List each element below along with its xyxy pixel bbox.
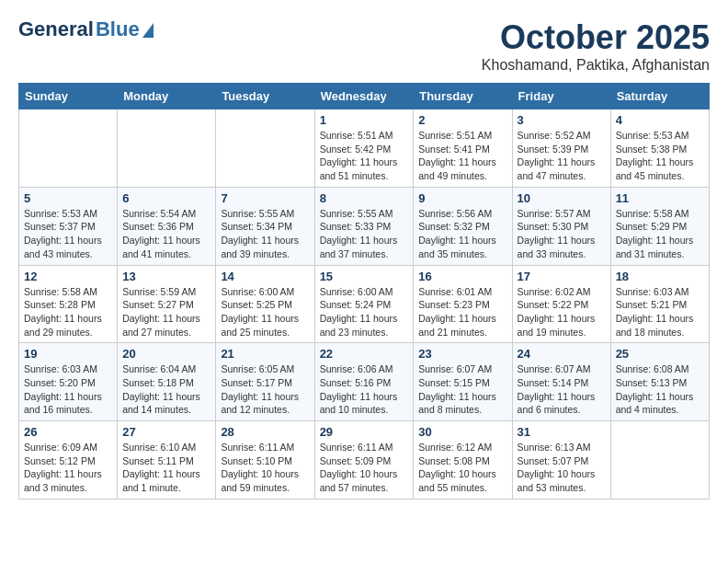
calendar-cell: 4Sunrise: 5:53 AMSunset: 5:38 PMDaylight…	[610, 109, 709, 188]
calendar-cell: 28Sunrise: 6:11 AMSunset: 5:10 PMDayligh…	[216, 421, 314, 500]
calendar-cell: 17Sunrise: 6:02 AMSunset: 5:22 PMDayligh…	[512, 265, 610, 343]
calendar-cell	[19, 109, 118, 188]
calendar-cell: 29Sunrise: 6:11 AMSunset: 5:09 PMDayligh…	[314, 421, 414, 500]
day-number: 23	[418, 347, 506, 361]
calendar-cell: 2Sunrise: 5:51 AMSunset: 5:41 PMDaylight…	[414, 109, 512, 188]
day-detail: Sunrise: 6:08 AMSunset: 5:13 PMDaylight:…	[616, 362, 704, 417]
calendar-cell: 30Sunrise: 6:12 AMSunset: 5:08 PMDayligh…	[414, 421, 512, 500]
day-number: 22	[320, 347, 409, 361]
day-number: 26	[24, 425, 112, 439]
title-block: October 2025 Khoshamand, Paktika, Afghan…	[482, 18, 710, 74]
day-detail: Sunrise: 6:00 AMSunset: 5:24 PMDaylight:…	[320, 285, 409, 339]
day-number: 13	[122, 270, 210, 283]
weekday-header-monday: Monday	[118, 84, 216, 109]
calendar-cell: 10Sunrise: 5:57 AMSunset: 5:30 PMDayligh…	[512, 187, 610, 265]
day-detail: Sunrise: 6:06 AMSunset: 5:16 PMDaylight:…	[320, 362, 409, 417]
calendar-cell: 25Sunrise: 6:08 AMSunset: 5:13 PMDayligh…	[610, 343, 709, 421]
day-detail: Sunrise: 5:56 AMSunset: 5:32 PMDaylight:…	[418, 207, 506, 261]
calendar-cell: 3Sunrise: 5:52 AMSunset: 5:39 PMDaylight…	[512, 109, 610, 188]
day-detail: Sunrise: 6:07 AMSunset: 5:15 PMDaylight:…	[418, 362, 506, 417]
day-number: 8	[320, 191, 409, 205]
weekday-header-sunday: Sunday	[19, 84, 118, 109]
logo: General Blue	[18, 18, 154, 40]
weekday-header-tuesday: Tuesday	[216, 84, 314, 109]
day-detail: Sunrise: 6:01 AMSunset: 5:23 PMDaylight:…	[418, 285, 506, 339]
day-detail: Sunrise: 5:58 AMSunset: 5:28 PMDaylight:…	[24, 285, 112, 339]
day-number: 30	[418, 425, 506, 439]
month-title: October 2025	[482, 18, 710, 57]
calendar-cell: 20Sunrise: 6:04 AMSunset: 5:18 PMDayligh…	[118, 343, 216, 421]
day-number: 27	[122, 425, 210, 439]
day-number: 6	[122, 191, 210, 205]
calendar-cell: 8Sunrise: 5:55 AMSunset: 5:33 PMDaylight…	[314, 187, 414, 265]
weekday-header-wednesday: Wednesday	[314, 84, 414, 109]
day-detail: Sunrise: 6:04 AMSunset: 5:18 PMDaylight:…	[122, 362, 210, 417]
day-number: 20	[122, 347, 210, 361]
calendar-cell	[118, 109, 216, 188]
week-row-2: 5Sunrise: 5:53 AMSunset: 5:37 PMDaylight…	[19, 187, 710, 265]
day-number: 9	[418, 191, 506, 205]
calendar-cell: 15Sunrise: 6:00 AMSunset: 5:24 PMDayligh…	[314, 265, 414, 343]
day-detail: Sunrise: 6:03 AMSunset: 5:21 PMDaylight:…	[616, 285, 704, 339]
calendar-cell: 31Sunrise: 6:13 AMSunset: 5:07 PMDayligh…	[512, 421, 610, 500]
day-number: 15	[320, 270, 409, 283]
day-number: 2	[418, 113, 506, 127]
day-number: 31	[518, 425, 606, 439]
weekday-header-saturday: Saturday	[610, 84, 709, 109]
day-number: 28	[221, 425, 309, 439]
logo-general: General	[18, 18, 94, 40]
day-number: 11	[616, 191, 704, 205]
weekday-header-thursday: Thursday	[414, 84, 512, 109]
calendar-table: SundayMondayTuesdayWednesdayThursdayFrid…	[18, 83, 710, 500]
calendar-cell	[216, 109, 314, 188]
calendar-cell	[610, 421, 709, 500]
day-detail: Sunrise: 6:13 AMSunset: 5:07 PMDaylight:…	[518, 441, 606, 495]
calendar-cell: 24Sunrise: 6:07 AMSunset: 5:14 PMDayligh…	[512, 343, 610, 421]
day-number: 3	[518, 113, 606, 127]
calendar-cell: 6Sunrise: 5:54 AMSunset: 5:36 PMDaylight…	[118, 187, 216, 265]
week-row-3: 12Sunrise: 5:58 AMSunset: 5:28 PMDayligh…	[19, 265, 710, 343]
calendar-cell: 1Sunrise: 5:51 AMSunset: 5:42 PMDaylight…	[314, 109, 414, 188]
calendar-cell: 21Sunrise: 6:05 AMSunset: 5:17 PMDayligh…	[216, 343, 314, 421]
week-row-5: 26Sunrise: 6:09 AMSunset: 5:12 PMDayligh…	[19, 421, 710, 500]
calendar-cell: 5Sunrise: 5:53 AMSunset: 5:37 PMDaylight…	[19, 187, 118, 265]
day-detail: Sunrise: 6:10 AMSunset: 5:11 PMDaylight:…	[122, 441, 210, 495]
day-detail: Sunrise: 5:52 AMSunset: 5:39 PMDaylight:…	[518, 129, 606, 183]
day-number: 21	[221, 347, 309, 361]
day-detail: Sunrise: 6:00 AMSunset: 5:25 PMDaylight:…	[221, 285, 309, 339]
calendar-cell: 9Sunrise: 5:56 AMSunset: 5:32 PMDaylight…	[414, 187, 512, 265]
day-number: 4	[616, 113, 704, 127]
day-detail: Sunrise: 5:51 AMSunset: 5:42 PMDaylight:…	[320, 129, 409, 183]
calendar-cell: 14Sunrise: 6:00 AMSunset: 5:25 PMDayligh…	[216, 265, 314, 343]
week-row-1: 1Sunrise: 5:51 AMSunset: 5:42 PMDaylight…	[19, 109, 710, 188]
calendar-cell: 18Sunrise: 6:03 AMSunset: 5:21 PMDayligh…	[610, 265, 709, 343]
day-number: 5	[24, 191, 112, 205]
day-detail: Sunrise: 6:05 AMSunset: 5:17 PMDaylight:…	[221, 362, 309, 417]
day-number: 19	[24, 347, 112, 361]
calendar-cell: 23Sunrise: 6:07 AMSunset: 5:15 PMDayligh…	[414, 343, 512, 421]
day-detail: Sunrise: 5:53 AMSunset: 5:38 PMDaylight:…	[616, 129, 704, 183]
day-detail: Sunrise: 5:58 AMSunset: 5:29 PMDaylight:…	[616, 207, 704, 261]
day-detail: Sunrise: 5:55 AMSunset: 5:33 PMDaylight:…	[320, 207, 409, 261]
day-detail: Sunrise: 6:03 AMSunset: 5:20 PMDaylight:…	[24, 362, 112, 417]
page-header: General Blue October 2025 Khoshamand, Pa…	[18, 18, 710, 74]
day-number: 29	[320, 425, 409, 439]
day-number: 18	[616, 270, 704, 283]
day-detail: Sunrise: 6:07 AMSunset: 5:14 PMDaylight:…	[518, 362, 606, 417]
calendar-cell: 27Sunrise: 6:10 AMSunset: 5:11 PMDayligh…	[118, 421, 216, 500]
day-number: 17	[518, 270, 606, 283]
day-detail: Sunrise: 5:51 AMSunset: 5:41 PMDaylight:…	[418, 129, 506, 183]
day-number: 7	[221, 191, 309, 205]
day-number: 12	[24, 270, 112, 283]
day-detail: Sunrise: 6:09 AMSunset: 5:12 PMDaylight:…	[24, 441, 112, 495]
day-detail: Sunrise: 6:11 AMSunset: 5:10 PMDaylight:…	[221, 441, 309, 495]
day-detail: Sunrise: 5:57 AMSunset: 5:30 PMDaylight:…	[518, 207, 606, 261]
day-detail: Sunrise: 6:12 AMSunset: 5:08 PMDaylight:…	[418, 441, 506, 495]
calendar-cell: 11Sunrise: 5:58 AMSunset: 5:29 PMDayligh…	[610, 187, 709, 265]
day-detail: Sunrise: 5:59 AMSunset: 5:27 PMDaylight:…	[122, 285, 210, 339]
day-number: 16	[418, 270, 506, 283]
weekday-header-friday: Friday	[512, 84, 610, 109]
calendar-cell: 16Sunrise: 6:01 AMSunset: 5:23 PMDayligh…	[414, 265, 512, 343]
calendar-cell: 19Sunrise: 6:03 AMSunset: 5:20 PMDayligh…	[19, 343, 118, 421]
logo-blue: Blue	[96, 18, 140, 40]
